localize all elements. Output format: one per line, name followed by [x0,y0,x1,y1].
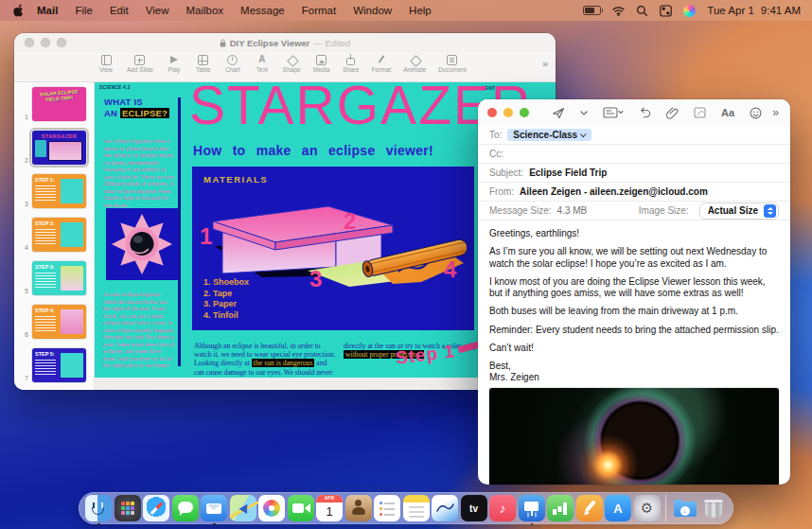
slide-item-1: 1 SOLAR ECLIPSE FIELD TRIP! [14,87,94,121]
dock-safari[interactable] [143,495,169,521]
dock-system-settings[interactable]: ⚙ [634,495,661,521]
illus-number-4: 4 [444,256,457,282]
size-row: Message Size: 4.3 MB Image Size: Actual … [478,202,790,220]
shape-button[interactable]: Shape [283,55,301,73]
dock-music[interactable]: ♪ [489,495,516,521]
siri-icon[interactable] [683,5,696,17]
dock-facetime[interactable] [288,495,314,521]
text-button[interactable]: Text [254,55,271,73]
slide-thumbnail-3[interactable]: STEP 1: [32,174,86,208]
eclipse-paragraph-1: An eclipse happens when a moon or planet… [104,137,174,208]
view-button[interactable]: View [97,55,115,73]
undo-button[interactable] [631,103,659,122]
slide-thumbnail-5[interactable]: STEP 3: [32,261,86,295]
share-button[interactable]: Share [343,55,360,73]
chart-button[interactable]: Chart [224,55,241,73]
slide-thumbnail-2-selected[interactable]: STARGAZER [32,131,86,165]
eclipse-paragraph-2: A solar eclipse happens when the moon bl… [103,291,174,369]
dock-finder[interactable] [85,495,112,521]
send-options-chevron-icon[interactable] [573,103,595,122]
zoom-button[interactable] [520,108,529,117]
menu-file[interactable]: File [66,0,101,21]
stepper-icon [764,204,776,218]
search-icon[interactable] [636,5,648,17]
dock-launchpad[interactable] [115,495,141,521]
insert-content-button[interactable] [686,103,714,122]
sun-illustration [106,208,178,280]
material-item: 2. Tape [203,289,249,300]
slide-thumbnail-7[interactable]: STEP 5: [32,348,86,382]
close-button[interactable] [25,38,34,47]
keynote-window-title: DIY Eclipse Viewer — Edited [220,38,351,48]
illus-number-3: 3 [309,266,322,288]
dock-reminders[interactable] [374,495,400,521]
menu-message[interactable]: Message [232,0,293,21]
from-field[interactable]: From: Aileen Zeigen - aileen.zeigen@iclo… [478,183,790,202]
message-size-value: 4.3 MB [557,205,588,216]
text-icon [256,55,267,65]
menu-mail[interactable]: Mail [28,0,66,21]
slide-item-4: 4 STEP 2: [14,218,94,252]
apple-logo-icon[interactable] [13,4,25,17]
wifi-icon[interactable] [612,5,625,17]
minimize-button[interactable] [41,38,50,47]
toolbar-overflow-button[interactable]: » [542,55,548,72]
slide-thumbnail-4[interactable]: STEP 2: [32,218,86,252]
dock-trash[interactable] [700,495,727,521]
menu-clock[interactable]: Tue Apr 1 9:41 AM [707,5,801,16]
keynote-titlebar[interactable]: DIY Eclipse Viewer — Edited [14,33,556,52]
to-field[interactable]: To: Science-Class [478,126,790,145]
dock-messages[interactable] [172,495,199,521]
add-slide-button[interactable]: Add Slide [127,55,153,73]
dock-app-store[interactable]: A [605,495,631,521]
format-button[interactable]: Format [372,55,392,73]
menu-mailbox[interactable]: Mailbox [177,0,232,21]
slide-subtitle: How to make an eclipse viewer! [193,143,433,158]
document-button[interactable]: Document [438,55,467,73]
dock-pages[interactable] [576,495,603,521]
to-recipient-token[interactable]: Science-Class [507,129,591,142]
close-button[interactable] [487,108,497,117]
mail-window-controls [487,108,529,117]
menu-edit[interactable]: Edit [101,0,137,21]
dock-calendar[interactable]: APR 1 [316,495,343,521]
dock-photos[interactable] [258,495,285,521]
message-body[interactable]: Greetings, earthlings! As I’m sure you a… [478,220,790,485]
image-size-dropdown[interactable]: Actual Size [699,203,779,220]
minimize-button[interactable] [503,108,513,117]
dock-numbers[interactable] [547,495,574,521]
control-center-icon[interactable] [660,5,672,17]
illus-number-1: 1 [200,223,212,249]
cc-field[interactable]: Cc: [478,145,790,164]
header-fields-button[interactable] [595,103,631,122]
dock-downloads[interactable]: ↓ [672,495,698,521]
document-icon [447,55,457,65]
menu-window[interactable]: Window [344,0,400,21]
table-button[interactable]: Table [195,55,212,73]
dock-keynote[interactable] [519,495,545,521]
slide-thumbnail-1[interactable]: SOLAR ECLIPSE FIELD TRIP! [32,87,86,121]
menu-format[interactable]: Format [293,0,344,21]
attach-button[interactable] [659,103,686,122]
mail-toolbar-overflow-button[interactable]: » [772,106,781,119]
zoom-button[interactable] [57,38,66,47]
dock-mail[interactable] [201,495,227,521]
send-button[interactable] [544,103,573,122]
dock-notes[interactable] [403,495,430,521]
play-button[interactable]: Play [166,55,183,73]
mail-toolbar[interactable]: Aa » [478,99,790,126]
battery-icon[interactable] [583,6,601,15]
animate-button[interactable]: Animate [403,55,426,73]
dock-freeform[interactable] [432,495,458,521]
dock-contacts[interactable] [345,495,372,521]
dock-maps[interactable] [230,495,256,521]
menu-help[interactable]: Help [400,0,440,21]
subject-field[interactable]: Subject: Eclipse Field Trip [478,164,790,183]
dock-tv[interactable]: tv [461,495,487,521]
media-button[interactable]: Media [313,55,330,73]
slide-thumbnail-6[interactable]: STEP 4: [32,305,86,339]
menu-view[interactable]: View [137,0,178,21]
emoji-button[interactable] [742,103,769,122]
eclipse-photo-attachment[interactable] [489,388,779,485]
format-button[interactable]: Aa [714,103,742,122]
